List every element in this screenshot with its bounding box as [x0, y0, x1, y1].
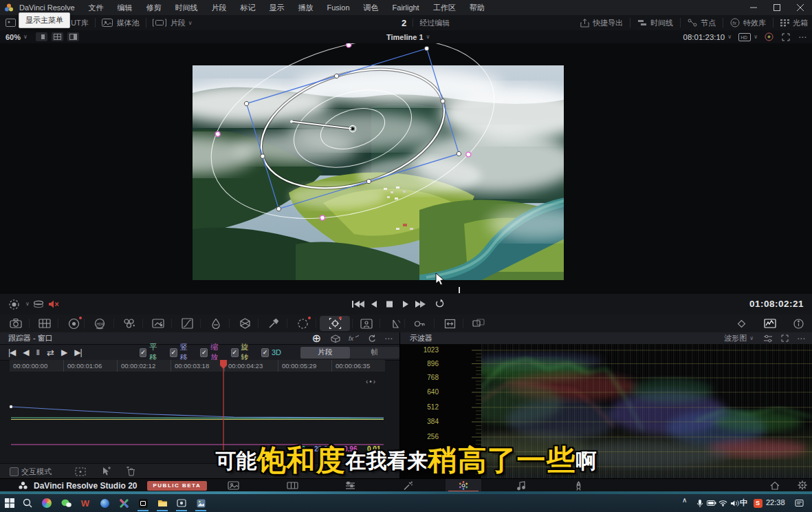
search-icon[interactable]	[21, 496, 34, 510]
tracker-reset-icon[interactable]	[368, 334, 376, 343]
tray-speaker-icon[interactable]	[727, 496, 741, 510]
tray-notification-icon[interactable]	[792, 496, 806, 510]
page-edit-icon[interactable]	[335, 480, 365, 491]
minimize-button[interactable]	[742, 0, 765, 15]
power-window-overlay[interactable]	[0, 43, 812, 294]
power-window-icon[interactable]	[291, 317, 314, 330]
scopes-toggle-icon[interactable]	[758, 317, 782, 330]
menu-fairlight[interactable]: Fairlight	[386, 0, 426, 15]
viewer-mode-chevron-icon[interactable]: ∨	[25, 301, 30, 307]
blur-icon[interactable]	[384, 317, 407, 330]
menu-view[interactable]: 显示	[263, 0, 292, 15]
menu-help[interactable]: 帮助	[463, 0, 492, 15]
track-bidirectional-button[interactable]: ⇄	[47, 348, 54, 358]
track-forward-to-end-button[interactable]: ▶|	[74, 348, 81, 357]
rgb-mixer-icon[interactable]	[118, 317, 141, 330]
hdr-wheels-icon[interactable]: HDR	[88, 317, 111, 330]
track-one-frame-back-button[interactable]: ◀	[23, 348, 29, 357]
tracker-graph[interactable]	[0, 360, 399, 453]
qualifier-icon[interactable]	[262, 317, 285, 330]
nodes-button[interactable]: 节点	[701, 18, 716, 28]
viewer-options-menu-icon[interactable]: ⋯	[798, 32, 806, 42]
taskbar-app-wechat-icon[interactable]	[59, 496, 73, 510]
tracker-fx-icon[interactable]: fx	[349, 334, 360, 342]
quick-export-button[interactable]: 快捷导出	[593, 18, 623, 28]
menu-mark[interactable]: 标记	[234, 0, 263, 15]
page-cut-icon[interactable]	[277, 480, 307, 491]
media-pool-toggle-icon[interactable]	[6, 19, 16, 27]
color-warper-icon[interactable]	[204, 317, 228, 330]
viewer-zoom-chevron-icon[interactable]: ∨	[23, 34, 28, 40]
expand-viewer-icon[interactable]	[782, 33, 790, 41]
track-reverse-to-start-button[interactable]: |◀	[8, 348, 15, 357]
page-deliver-icon[interactable]	[563, 480, 593, 491]
page-media-icon[interactable]	[218, 480, 248, 491]
page-fairlight-icon[interactable]	[506, 480, 536, 491]
hue-curves-icon[interactable]	[233, 317, 256, 330]
magic-mask-icon[interactable]	[355, 317, 378, 330]
timeline-panel-button[interactable]: 时间线	[650, 18, 673, 28]
menu-trim[interactable]: 修剪	[140, 0, 168, 15]
info-icon[interactable]	[787, 317, 810, 330]
taskbar-app-capcut-icon[interactable]	[136, 496, 150, 510]
tray-ime-indicator[interactable]: 中	[740, 498, 747, 508]
grading-monitor-icon[interactable]: HD	[738, 33, 751, 41]
tab-frame[interactable]: 帧	[350, 347, 399, 359]
tab-clip[interactable]: 片段	[300, 347, 350, 359]
maximize-button[interactable]	[765, 0, 789, 15]
sizing-icon[interactable]	[438, 317, 461, 330]
media-pool-button[interactable]: 媒体池	[117, 18, 140, 28]
tilt-checkbox[interactable]: ✓	[170, 348, 177, 357]
page-fusion-icon[interactable]	[393, 480, 423, 491]
menu-file[interactable]: 文件	[82, 0, 111, 15]
menu-workspace[interactable]: 工作区	[426, 0, 463, 15]
tray-clock[interactable]: 22:38	[766, 498, 785, 506]
menu-fusion[interactable]: Fusion	[320, 0, 357, 15]
stereo-3d-icon[interactable]	[467, 317, 490, 330]
viewer-zoom-select[interactable]: 60%	[6, 33, 21, 41]
color-match-icon[interactable]	[33, 317, 56, 330]
tray-hidden-icons-chevron[interactable]: ∧	[682, 496, 687, 504]
menu-timeline[interactable]: 时间线	[168, 0, 205, 15]
curves-icon[interactable]	[175, 317, 199, 330]
unmix-icon[interactable]	[33, 299, 44, 309]
menu-edit[interactable]: 编辑	[111, 0, 140, 15]
home-icon[interactable]	[770, 481, 780, 490]
tracker-3d-icon[interactable]	[331, 334, 340, 343]
viewer-mode-icon[interactable]	[8, 299, 20, 310]
scope-settings-icon[interactable]	[763, 334, 773, 343]
taskbar-app-xmind-icon[interactable]	[117, 496, 131, 510]
color-wheels-icon[interactable]	[62, 317, 85, 330]
close-button[interactable]	[789, 0, 812, 15]
clips-button[interactable]: 片段	[171, 18, 186, 28]
start-button-icon[interactable]	[3, 496, 17, 510]
camera-raw-icon[interactable]	[4, 317, 28, 330]
taskbar-app-photos-icon[interactable]	[194, 496, 208, 510]
pause-tracking-button[interactable]: Ⅱ	[36, 348, 40, 357]
monitor-chevron-icon[interactable]: ∨	[754, 34, 758, 40]
wipe-viewer-button[interactable]	[67, 32, 79, 41]
transport-controls[interactable]	[349, 299, 447, 309]
taskbar-app-color-wheel-icon[interactable]	[40, 496, 54, 510]
pan-checkbox[interactable]: ✓	[140, 348, 147, 357]
scope-mode-chevron-icon[interactable]: ∨	[749, 335, 754, 341]
scope-mode-select[interactable]: 波形图	[724, 333, 747, 343]
motion-effects-icon[interactable]	[146, 317, 170, 330]
track-one-frame-forward-button[interactable]: ▶	[61, 348, 67, 357]
taskbar-file-explorer-icon[interactable]	[155, 496, 169, 510]
single-viewer-button[interactable]	[36, 32, 47, 41]
audio-muted-icon[interactable]	[48, 299, 60, 309]
timeline-selector[interactable]: Timeline 1 ∨	[386, 30, 430, 43]
viewer-area[interactable]	[0, 43, 812, 294]
lightbox-button[interactable]: 光箱	[793, 18, 808, 28]
scope-options-menu-icon[interactable]: ⋯	[797, 334, 805, 343]
timecode-chevron-icon[interactable]: ∨	[727, 34, 732, 40]
keyframe-nav[interactable]: ‹•›	[366, 378, 377, 385]
3d-checkbox[interactable]: ✓	[261, 348, 269, 357]
taskbar-app-browser-icon[interactable]	[98, 496, 111, 510]
clips-chevron-icon[interactable]: ∨	[188, 20, 193, 26]
tracker-point-icon[interactable]: ⊕	[312, 332, 321, 345]
split-viewer-button[interactable]	[52, 32, 63, 41]
taskbar-app-recorder-icon[interactable]	[175, 496, 188, 510]
key-icon[interactable]	[408, 317, 431, 330]
